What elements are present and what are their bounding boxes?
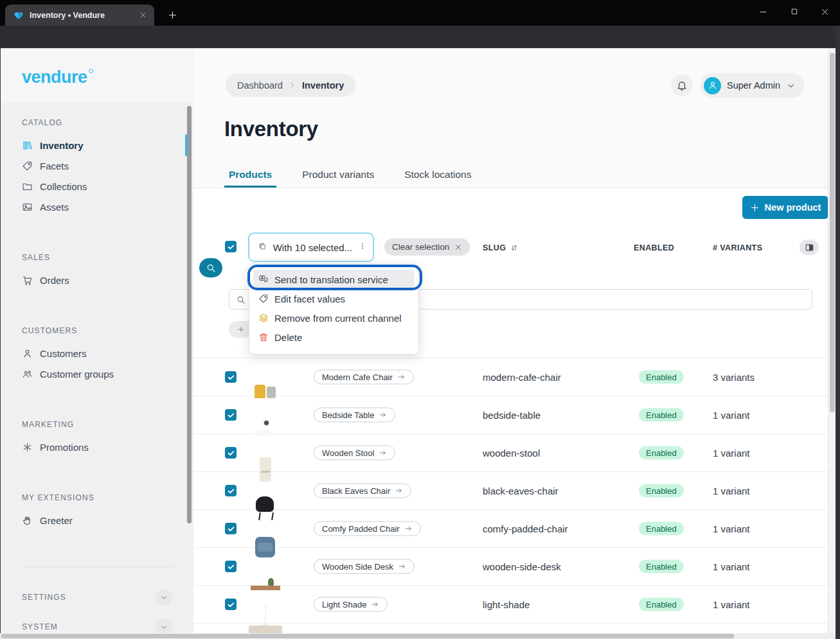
- page-scrollbar[interactable]: [828, 48, 836, 633]
- product-slug: wooden-side-desk: [483, 561, 561, 572]
- variant-count: 3 variants: [713, 372, 755, 383]
- hand-icon: [22, 515, 33, 526]
- people-icon: [22, 369, 33, 380]
- sidebar-section-label: CATALOG: [22, 118, 193, 127]
- sort-icon[interactable]: [510, 243, 519, 252]
- row-checkbox[interactable]: [225, 409, 237, 421]
- breadcrumb[interactable]: Dashboard Inventory: [226, 74, 355, 97]
- kebab-menu-icon[interactable]: [359, 242, 366, 252]
- sidebar-collapsed-settings[interactable]: SETTINGS: [22, 582, 193, 612]
- row-checkbox[interactable]: [225, 371, 237, 383]
- menu-item-send-to-translation-service[interactable]: Send to translation service: [253, 270, 415, 289]
- new-tab-button[interactable]: [165, 7, 180, 22]
- trash-icon: [258, 332, 269, 342]
- browser-tab[interactable]: Inventory • Vendure: [5, 4, 154, 26]
- sidebar-section: SALES Orders: [22, 253, 193, 290]
- row-checkbox[interactable]: [225, 447, 237, 459]
- sidebar-item-collections[interactable]: Collections: [22, 176, 193, 197]
- product-name-link[interactable]: Modern Cafe Chair: [314, 370, 414, 385]
- bulk-actions-menu: Send to translation service Edit facet v…: [249, 263, 419, 355]
- chevron-right-icon: [288, 81, 297, 90]
- sidebar-item-facets[interactable]: Facets: [22, 155, 193, 176]
- column-header-slug[interactable]: SLUG: [483, 243, 519, 252]
- arrow-right-icon: [379, 449, 387, 457]
- product-name-link[interactable]: Comfy Padded Chair: [314, 521, 421, 536]
- product-name-link[interactable]: Wooden Side Desk: [314, 559, 415, 574]
- tab-products[interactable]: Products: [224, 168, 276, 188]
- clear-selection-button[interactable]: Clear selection: [384, 238, 470, 256]
- notifications-button[interactable]: [671, 74, 693, 96]
- menu-item-remove-from-current-channel[interactable]: Remove from current channel: [253, 308, 415, 328]
- sidebar-section: CATALOG Inventory Facets Collections Ass…: [22, 118, 193, 217]
- new-product-button[interactable]: New product: [742, 196, 828, 219]
- translate-icon: [258, 274, 269, 284]
- tag-icon: [22, 161, 33, 171]
- close-icon: [454, 243, 462, 251]
- sidebar-section: MY EXTENSIONS Greeter: [22, 493, 193, 530]
- sidebar: vendure CATALOG Inventory Facets Collect…: [1, 48, 193, 639]
- product-name-link[interactable]: Wooden Stool: [314, 446, 395, 460]
- arrow-right-icon: [397, 373, 406, 381]
- product-name-link[interactable]: Bedside Table: [314, 408, 395, 423]
- column-settings-button[interactable]: [800, 240, 819, 255]
- layers-icon: [258, 313, 269, 323]
- row-checkbox[interactable]: [225, 523, 237, 534]
- variant-count: 1 variant: [713, 561, 750, 572]
- status-badge: Enabled: [639, 560, 684, 573]
- sidebar-item-assets[interactable]: Assets: [22, 197, 193, 217]
- menu-item-edit-facet-values[interactable]: Edit facet values: [253, 289, 415, 308]
- status-badge: Enabled: [639, 522, 684, 536]
- row-checkbox[interactable]: [225, 561, 237, 572]
- product-name-link[interactable]: Light Shade: [314, 597, 388, 612]
- window-edge: [836, 26, 840, 639]
- horizontal-scrollbar[interactable]: [0, 633, 836, 639]
- tab-close-icon[interactable]: [136, 9, 149, 22]
- table-row: Light Shade light-shade Enabled 1 varian…: [193, 586, 828, 624]
- product-slug: comfy-padded-chair: [483, 523, 568, 534]
- products-panel: New product With 10 selected... Cle: [193, 188, 828, 639]
- sidebar-scrollbar[interactable]: [187, 106, 192, 523]
- horizontal-scrollbar-thumb[interactable]: [1, 634, 734, 638]
- chevron-down-icon[interactable]: [156, 589, 172, 606]
- select-all-checkbox[interactable]: [225, 241, 237, 252]
- folder-icon: [22, 181, 33, 192]
- table-row: Bedside Table bedside-table Enabled 1 va…: [193, 396, 828, 434]
- tab-stock-locations[interactable]: Stock locations: [400, 168, 476, 188]
- variant-count: 1 variant: [713, 448, 750, 459]
- browser-titlebar: Inventory • Vendure: [0, 0, 840, 26]
- tab-product-variants[interactable]: Product variants: [298, 168, 379, 188]
- main-area: Dashboard Inventory Super Admin Inventor…: [193, 48, 828, 639]
- window-maximize-button[interactable]: [785, 3, 804, 21]
- search-icon: [236, 295, 246, 304]
- page-scrollbar-thumb[interactable]: [830, 53, 835, 412]
- arrow-right-icon: [395, 487, 403, 495]
- arrow-right-icon: [404, 525, 413, 533]
- columns-icon: [805, 243, 814, 252]
- sidebar-item-promotions[interactable]: Promotions: [22, 437, 193, 457]
- status-badge: Enabled: [639, 408, 684, 422]
- vendure-admin-app: vendure CATALOG Inventory Facets Collect…: [0, 48, 836, 639]
- sidebar-item-customers[interactable]: Customers: [22, 343, 193, 363]
- plus-icon: [237, 326, 245, 333]
- user-menu[interactable]: Super Admin: [700, 73, 805, 98]
- sidebar-item-greeter[interactable]: Greeter: [22, 510, 193, 530]
- window-close-button[interactable]: [815, 3, 834, 21]
- breadcrumb-inventory[interactable]: Inventory: [302, 80, 344, 91]
- table-row: Black Eaves Chair black-eaves-chair Enab…: [193, 472, 828, 510]
- window-minimize-button[interactable]: [753, 3, 773, 21]
- product-name-link[interactable]: Black Eaves Chair: [314, 484, 411, 498]
- row-checkbox[interactable]: [225, 485, 237, 496]
- sidebar-item-customer-groups[interactable]: Customer groups: [22, 363, 193, 384]
- menu-item-delete[interactable]: Delete: [253, 328, 415, 347]
- arrow-right-icon: [371, 600, 379, 609]
- sidebar-item-orders[interactable]: Orders: [22, 270, 193, 290]
- vendure-favicon: [13, 10, 24, 21]
- arrow-right-icon: [379, 411, 387, 419]
- sidebar-item-inventory[interactable]: Inventory: [22, 135, 193, 155]
- tab-title: Inventory • Vendure: [30, 11, 136, 20]
- row-checkbox[interactable]: [225, 599, 237, 610]
- breadcrumb-dashboard[interactable]: Dashboard: [237, 80, 283, 91]
- book-icon: [22, 140, 33, 151]
- search-badge-annotation: [199, 258, 222, 277]
- with-selected-button[interactable]: With 10 selected...: [248, 232, 374, 262]
